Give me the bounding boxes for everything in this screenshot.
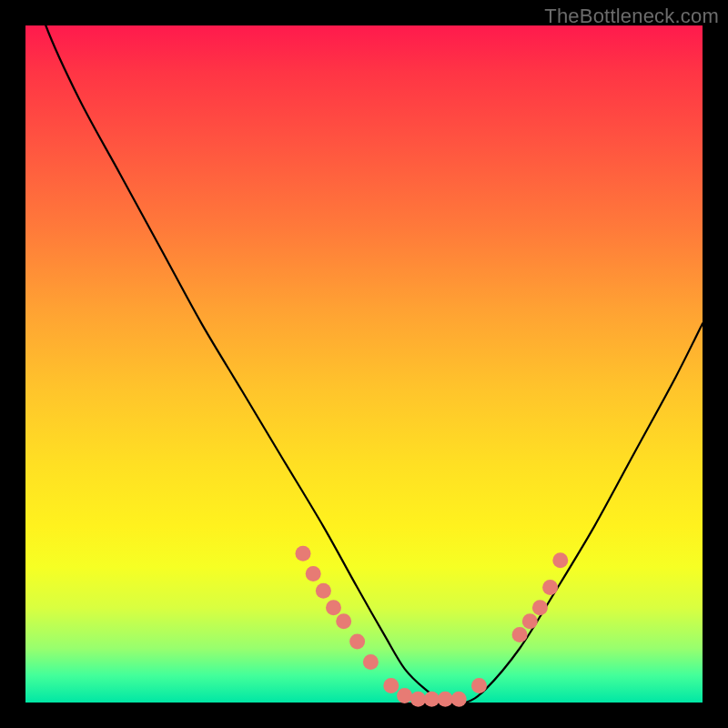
watermark-text: TheBottleneck.com [544,5,719,28]
marker-dot [542,580,558,595]
marker-dot [471,678,487,693]
chart-frame: TheBottleneck.com [0,0,728,728]
marker-dot [451,692,467,707]
marker-dot [296,546,311,561]
marker-dot [363,654,379,670]
marker-dot [552,552,568,568]
marker-dot [438,692,453,707]
marker-dot [336,613,351,629]
marker-dot [532,600,548,615]
marker-dot [326,600,341,615]
marker-dot [306,566,321,581]
chart-svg [25,25,703,703]
marker-dot [410,692,426,707]
marker-dot [349,634,365,650]
marker-dot [316,583,331,599]
marker-dot [512,627,528,642]
marker-dot [424,692,440,707]
marker-dot [522,613,538,629]
marker-group [296,546,569,707]
marker-dot [383,678,399,693]
marker-dot [397,688,412,703]
plot-area [25,25,703,703]
bottleneck-curve [25,0,703,704]
